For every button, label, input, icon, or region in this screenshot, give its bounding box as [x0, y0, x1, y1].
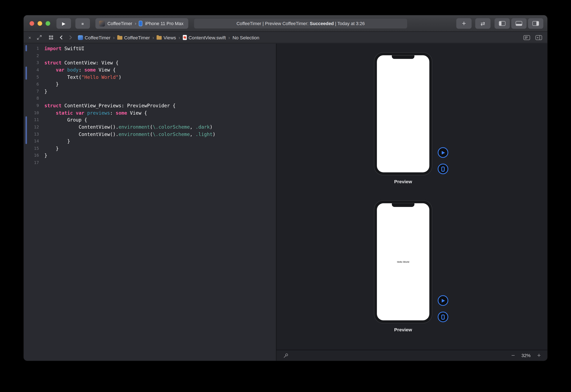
toggle-inspectors-button[interactable]	[528, 18, 543, 29]
code-line[interactable]: Text("Hello World")	[45, 74, 215, 81]
close-editor-button[interactable]: ×	[29, 35, 31, 40]
chevron-separator-icon: ›	[179, 35, 180, 40]
code-line[interactable]: }	[45, 138, 215, 145]
forward-button[interactable]	[68, 35, 72, 40]
code-editor[interactable]: 1234567891011121314151617 import SwiftUI…	[24, 44, 276, 361]
line-number: 6	[24, 81, 39, 88]
line-number: 13	[24, 131, 39, 138]
pin-preview-button[interactable]	[283, 352, 289, 358]
preview-label: Preview	[374, 327, 432, 332]
preview-card-light: Hello World Preview	[374, 200, 450, 340]
breadcrumb-label: CoffeeTimer	[124, 35, 150, 40]
stop-icon: ■	[81, 21, 84, 26]
breadcrumb-item-project[interactable]: CoffeeTimer	[78, 35, 110, 40]
status-text: CoffeeTimer | Preview CoffeeTimer:	[237, 21, 310, 26]
device-notch	[392, 55, 415, 59]
device-frame: Hello World	[374, 200, 432, 323]
code-line[interactable]: }	[45, 152, 215, 159]
editor-options-icon	[523, 35, 530, 40]
back-button[interactable]	[60, 35, 64, 40]
line-number: 2	[24, 52, 39, 59]
device-frame	[374, 52, 432, 175]
run-button[interactable]: ▶	[56, 18, 71, 29]
app-icon	[99, 20, 105, 26]
preview-card-dark: Preview	[374, 52, 450, 192]
code-line[interactable]: struct ContentView: View {	[45, 59, 215, 67]
line-number: 14	[24, 138, 39, 145]
code-line[interactable]: }	[45, 145, 215, 152]
live-preview-button[interactable]	[438, 295, 448, 306]
run-icon: ▶	[62, 21, 65, 26]
line-number: 15	[24, 145, 39, 152]
line-number: 10	[24, 109, 39, 116]
code-lines[interactable]: import SwiftUIstruct ContentView: View {…	[45, 45, 215, 167]
code-line[interactable]: ContentView().environment(\.colorScheme,…	[45, 131, 215, 138]
status-result: Succeeded	[310, 21, 334, 26]
breadcrumb-label: No Selection	[232, 35, 259, 40]
code-line[interactable]	[45, 95, 215, 102]
add-editor-icon	[535, 35, 542, 40]
scheme-project-label: CoffeeTimer	[107, 21, 132, 26]
code-line[interactable]: ContentView().environment(\.colorScheme,…	[45, 124, 215, 131]
line-number: 11	[24, 116, 39, 124]
line-number: 8	[24, 95, 39, 102]
editor-controls	[523, 35, 542, 40]
code-line[interactable]	[45, 52, 215, 59]
code-review-button[interactable]: ⇄	[475, 18, 491, 29]
swift-file-icon	[183, 35, 187, 40]
related-items-button[interactable]	[48, 35, 54, 40]
zoom-out-button[interactable]: −	[511, 352, 515, 359]
preview-canvas: Preview Hello World Preview	[276, 44, 547, 361]
toggle-debug-area-button[interactable]	[511, 18, 526, 29]
chevron-separator-icon: ›	[135, 21, 136, 26]
activity-status-bar[interactable]: CoffeeTimer | Preview CoffeeTimer: Succe…	[194, 18, 407, 29]
code-line[interactable]: static var previews: some View {	[45, 109, 215, 116]
line-number: 12	[24, 124, 39, 131]
window-close-button[interactable]	[30, 21, 34, 26]
breadcrumb-label: CoffeeTimer	[85, 35, 110, 40]
jump-bar: × CoffeeTimer › CoffeeTimer ›	[24, 32, 547, 43]
preview-on-device-button[interactable]	[438, 164, 448, 174]
library-button[interactable]: +	[456, 18, 471, 29]
preview-on-device-icon	[441, 314, 445, 319]
breadcrumb-item-file[interactable]: ContentView.swift	[183, 35, 226, 40]
toolbar: ▶ ■ CoffeeTimer › iPhone 11 Pro Max Coff…	[24, 15, 547, 32]
scheme-selector[interactable]: CoffeeTimer › iPhone 11 Pro Max	[95, 18, 188, 29]
pin-icon	[283, 352, 289, 358]
code-line[interactable]: Group {	[45, 116, 215, 124]
preview-label: Preview	[374, 179, 432, 184]
device-screen: Hello World	[377, 203, 429, 321]
breadcrumb-item-selection[interactable]: No Selection	[232, 35, 259, 40]
line-number: 1	[24, 45, 39, 52]
window-minimize-button[interactable]	[37, 21, 42, 26]
xcode-window: ▶ ■ CoffeeTimer › iPhone 11 Pro Max Coff…	[24, 15, 547, 361]
inspector-panel-icon	[532, 21, 539, 26]
zoom-level: 32%	[522, 353, 531, 358]
chevron-separator-icon: ›	[113, 35, 115, 40]
code-line[interactable]: }	[45, 88, 215, 95]
focus-editor-button[interactable]	[36, 34, 42, 41]
live-preview-icon	[442, 151, 445, 154]
window-zoom-button[interactable]	[45, 21, 50, 26]
toggle-navigator-button[interactable]	[495, 18, 510, 29]
zoom-in-button[interactable]: +	[537, 352, 541, 359]
status-time: | Today at 3:26	[334, 21, 365, 26]
live-preview-button[interactable]	[438, 147, 448, 158]
screen-text: Hello World	[377, 261, 429, 263]
stop-button[interactable]: ■	[75, 18, 90, 29]
folder-icon	[117, 36, 122, 40]
add-editor-button[interactable]	[535, 35, 542, 40]
code-line[interactable]: import SwiftUI	[45, 45, 215, 52]
code-line[interactable]	[45, 159, 215, 166]
code-review-icon: ⇄	[481, 20, 485, 27]
code-line[interactable]: struct ContentView_Previews: PreviewProv…	[45, 102, 215, 109]
preview-on-device-button[interactable]	[438, 312, 448, 322]
debug-panel-icon	[516, 21, 522, 26]
breadcrumb-item-group[interactable]: CoffeeTimer	[117, 35, 150, 40]
chevron-separator-icon: ›	[152, 35, 154, 40]
line-number-gutter: 1234567891011121314151617	[24, 45, 39, 167]
code-line[interactable]: }	[45, 81, 215, 88]
editor-options-button[interactable]	[523, 35, 530, 40]
breadcrumb-item-views[interactable]: Views	[156, 35, 176, 40]
code-line[interactable]: var body: some View {	[45, 67, 215, 74]
